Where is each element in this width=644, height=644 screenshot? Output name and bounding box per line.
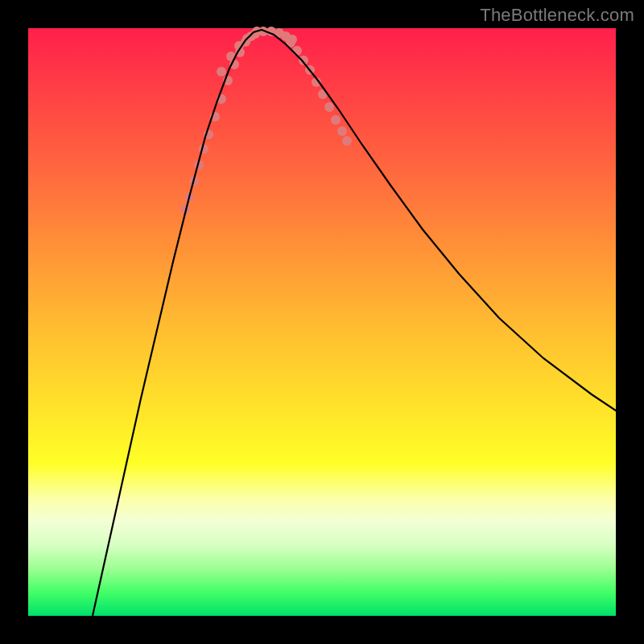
watermark-text: TheBottleneck.com	[480, 5, 634, 26]
right-dotted-segment-dot	[337, 126, 347, 136]
right-dotted-segment-dot	[292, 46, 302, 56]
bottom-dotted-segment-dot	[217, 67, 226, 76]
chart-plot-area	[28, 28, 616, 616]
left-branch	[93, 30, 262, 616]
right-branch	[262, 30, 616, 411]
chart-frame: TheBottleneck.com	[0, 0, 644, 644]
right-dotted-segment-dot	[324, 102, 334, 112]
right-dotted-segment-dot	[331, 115, 341, 125]
chart-svg	[28, 28, 616, 616]
right-dotted-segment-dot	[342, 136, 352, 146]
